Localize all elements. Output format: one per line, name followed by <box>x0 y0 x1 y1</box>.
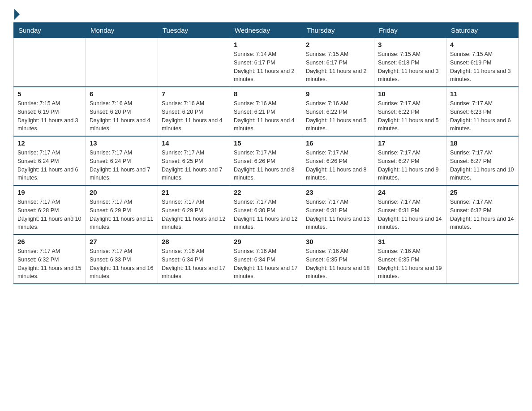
calendar-cell: 29Sunrise: 7:16 AM Sunset: 6:34 PM Dayli… <box>230 235 302 284</box>
calendar-cell: 2Sunrise: 7:15 AM Sunset: 6:17 PM Daylig… <box>302 38 374 87</box>
day-number: 21 <box>162 188 226 196</box>
day-number: 20 <box>90 188 154 196</box>
calendar-cell: 28Sunrise: 7:16 AM Sunset: 6:34 PM Dayli… <box>158 235 230 284</box>
calendar-cell: 25Sunrise: 7:17 AM Sunset: 6:32 PM Dayli… <box>446 185 519 235</box>
day-number: 30 <box>306 238 370 245</box>
day-number: 25 <box>450 188 515 196</box>
weekday-header-friday: Friday <box>374 23 446 38</box>
day-number: 10 <box>378 90 442 98</box>
calendar-cell <box>14 38 86 87</box>
calendar-body: 1Sunrise: 7:14 AM Sunset: 6:17 PM Daylig… <box>14 38 519 284</box>
day-info: Sunrise: 7:17 AM Sunset: 6:22 PM Dayligh… <box>378 99 442 133</box>
day-info: Sunrise: 7:17 AM Sunset: 6:29 PM Dayligh… <box>90 198 154 231</box>
calendar-cell: 17Sunrise: 7:17 AM Sunset: 6:27 PM Dayli… <box>374 136 446 185</box>
day-number: 4 <box>450 41 515 48</box>
calendar-cell: 23Sunrise: 7:17 AM Sunset: 6:31 PM Dayli… <box>302 185 374 235</box>
day-info: Sunrise: 7:17 AM Sunset: 6:32 PM Dayligh… <box>450 198 515 231</box>
day-number: 2 <box>306 41 370 48</box>
day-info: Sunrise: 7:17 AM Sunset: 6:25 PM Dayligh… <box>162 149 226 182</box>
calendar-cell: 6Sunrise: 7:16 AM Sunset: 6:20 PM Daylig… <box>86 87 158 136</box>
weekday-header-wednesday: Wednesday <box>230 23 302 38</box>
day-info: Sunrise: 7:17 AM Sunset: 6:31 PM Dayligh… <box>306 198 370 231</box>
calendar-cell: 16Sunrise: 7:17 AM Sunset: 6:26 PM Dayli… <box>302 136 374 185</box>
day-info: Sunrise: 7:17 AM Sunset: 6:23 PM Dayligh… <box>450 99 515 133</box>
day-number: 18 <box>450 139 515 147</box>
day-number: 23 <box>306 188 370 196</box>
calendar-header: SundayMondayTuesdayWednesdayThursdayFrid… <box>14 23 519 38</box>
weekday-header-thursday: Thursday <box>302 23 374 38</box>
day-info: Sunrise: 7:17 AM Sunset: 6:24 PM Dayligh… <box>17 149 82 182</box>
day-number: 24 <box>378 188 442 196</box>
day-number: 3 <box>378 41 442 48</box>
weekday-header-sunday: Sunday <box>14 23 86 38</box>
day-info: Sunrise: 7:16 AM Sunset: 6:20 PM Dayligh… <box>162 99 226 133</box>
calendar-cell: 15Sunrise: 7:17 AM Sunset: 6:26 PM Dayli… <box>230 136 302 185</box>
day-number: 17 <box>378 139 442 147</box>
day-number: 9 <box>306 90 370 98</box>
calendar-cell: 19Sunrise: 7:17 AM Sunset: 6:28 PM Dayli… <box>14 185 86 235</box>
day-info: Sunrise: 7:15 AM Sunset: 6:17 PM Dayligh… <box>306 50 370 84</box>
weekday-header-monday: Monday <box>86 23 158 38</box>
day-number: 14 <box>162 139 226 147</box>
weekday-header-saturday: Saturday <box>446 23 519 38</box>
calendar-cell <box>86 38 158 87</box>
calendar-week-row: 1Sunrise: 7:14 AM Sunset: 6:17 PM Daylig… <box>14 38 519 87</box>
calendar-week-row: 26Sunrise: 7:17 AM Sunset: 6:32 PM Dayli… <box>14 235 519 284</box>
day-info: Sunrise: 7:17 AM Sunset: 6:26 PM Dayligh… <box>234 149 298 182</box>
day-number: 11 <box>450 90 515 98</box>
day-number: 19 <box>17 188 82 196</box>
day-info: Sunrise: 7:17 AM Sunset: 6:24 PM Dayligh… <box>90 149 154 182</box>
day-info: Sunrise: 7:16 AM Sunset: 6:35 PM Dayligh… <box>306 247 370 281</box>
day-info: Sunrise: 7:16 AM Sunset: 6:20 PM Dayligh… <box>90 99 154 133</box>
day-number: 13 <box>90 139 154 147</box>
day-info: Sunrise: 7:15 AM Sunset: 6:18 PM Dayligh… <box>378 50 442 84</box>
day-info: Sunrise: 7:17 AM Sunset: 6:26 PM Dayligh… <box>306 149 370 182</box>
calendar-cell: 7Sunrise: 7:16 AM Sunset: 6:20 PM Daylig… <box>158 87 230 136</box>
day-number: 27 <box>90 238 154 245</box>
calendar-cell: 20Sunrise: 7:17 AM Sunset: 6:29 PM Dayli… <box>86 185 158 235</box>
logo <box>13 9 20 18</box>
day-number: 12 <box>17 139 82 147</box>
calendar-cell: 13Sunrise: 7:17 AM Sunset: 6:24 PM Dayli… <box>86 136 158 185</box>
calendar-cell: 1Sunrise: 7:14 AM Sunset: 6:17 PM Daylig… <box>230 38 302 87</box>
day-info: Sunrise: 7:15 AM Sunset: 6:19 PM Dayligh… <box>17 99 82 133</box>
calendar-cell <box>446 235 519 284</box>
calendar-week-row: 12Sunrise: 7:17 AM Sunset: 6:24 PM Dayli… <box>14 136 519 185</box>
day-number: 26 <box>17 238 82 245</box>
day-info: Sunrise: 7:17 AM Sunset: 6:30 PM Dayligh… <box>234 198 298 231</box>
day-number: 22 <box>234 188 298 196</box>
day-number: 29 <box>234 238 298 245</box>
calendar-cell <box>158 38 230 87</box>
day-number: 8 <box>234 90 298 98</box>
calendar-cell: 4Sunrise: 7:15 AM Sunset: 6:19 PM Daylig… <box>446 38 519 87</box>
day-info: Sunrise: 7:17 AM Sunset: 6:29 PM Dayligh… <box>162 198 226 231</box>
day-number: 28 <box>162 238 226 245</box>
day-info: Sunrise: 7:16 AM Sunset: 6:34 PM Dayligh… <box>234 247 298 281</box>
day-number: 5 <box>17 90 82 98</box>
day-number: 16 <box>306 139 370 147</box>
logo-triangle-icon <box>14 9 20 20</box>
day-info: Sunrise: 7:15 AM Sunset: 6:19 PM Dayligh… <box>450 50 515 84</box>
day-info: Sunrise: 7:17 AM Sunset: 6:27 PM Dayligh… <box>450 149 515 182</box>
calendar-cell: 12Sunrise: 7:17 AM Sunset: 6:24 PM Dayli… <box>14 136 86 185</box>
day-number: 31 <box>378 238 442 245</box>
day-number: 1 <box>234 41 298 48</box>
calendar-cell: 26Sunrise: 7:17 AM Sunset: 6:32 PM Dayli… <box>14 235 86 284</box>
weekday-header-tuesday: Tuesday <box>158 23 230 38</box>
day-info: Sunrise: 7:17 AM Sunset: 6:28 PM Dayligh… <box>17 198 82 231</box>
calendar-cell: 22Sunrise: 7:17 AM Sunset: 6:30 PM Dayli… <box>230 185 302 235</box>
day-info: Sunrise: 7:17 AM Sunset: 6:27 PM Dayligh… <box>378 149 442 182</box>
calendar-week-row: 5Sunrise: 7:15 AM Sunset: 6:19 PM Daylig… <box>14 87 519 136</box>
weekday-header-row: SundayMondayTuesdayWednesdayThursdayFrid… <box>14 23 519 38</box>
calendar-table: SundayMondayTuesdayWednesdayThursdayFrid… <box>13 22 519 284</box>
day-number: 6 <box>90 90 154 98</box>
day-info: Sunrise: 7:16 AM Sunset: 6:35 PM Dayligh… <box>378 247 442 281</box>
calendar-cell: 27Sunrise: 7:17 AM Sunset: 6:33 PM Dayli… <box>86 235 158 284</box>
day-info: Sunrise: 7:16 AM Sunset: 6:34 PM Dayligh… <box>162 247 226 281</box>
day-number: 15 <box>234 139 298 147</box>
day-number: 7 <box>162 90 226 98</box>
day-info: Sunrise: 7:17 AM Sunset: 6:33 PM Dayligh… <box>90 247 154 281</box>
calendar-cell: 5Sunrise: 7:15 AM Sunset: 6:19 PM Daylig… <box>14 87 86 136</box>
day-info: Sunrise: 7:16 AM Sunset: 6:21 PM Dayligh… <box>234 99 298 133</box>
calendar-cell: 14Sunrise: 7:17 AM Sunset: 6:25 PM Dayli… <box>158 136 230 185</box>
